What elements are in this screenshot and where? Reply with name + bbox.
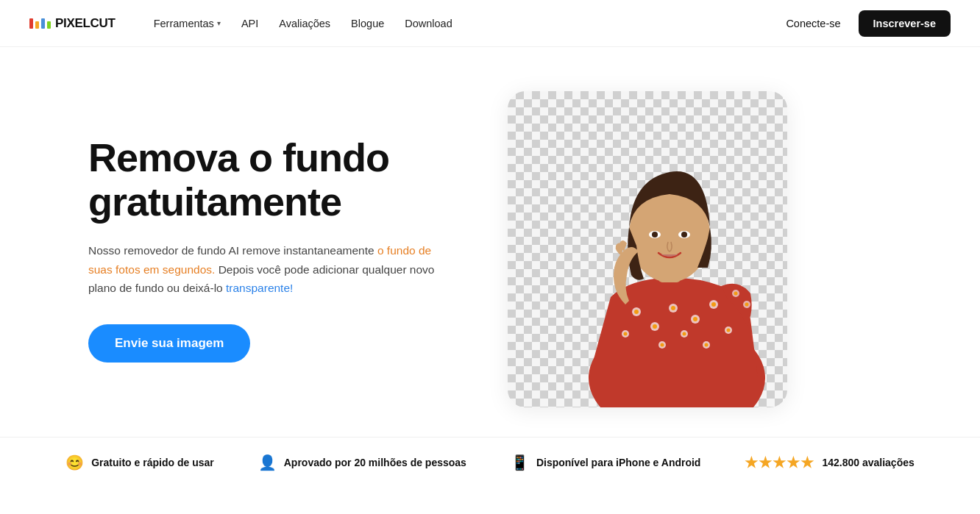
- hero-description: Nosso removedor de fundo AI remove insta…: [88, 241, 441, 298]
- nav-api[interactable]: API: [232, 12, 267, 35]
- smile-icon: 😊: [65, 454, 84, 471]
- svg-point-24: [652, 232, 658, 238]
- upload-button[interactable]: Envie sua imagem: [88, 324, 250, 363]
- svg-point-14: [661, 343, 664, 347]
- nav-avaliacoes[interactable]: Avaliações: [270, 12, 339, 35]
- footer-bar: 😊 Gratuito e rápido de usar 👤 Aprovado p…: [0, 437, 980, 488]
- svg-point-12: [624, 332, 628, 336]
- mobile-icon: 📱: [511, 454, 529, 471]
- svg-point-18: [705, 343, 709, 347]
- nav-links: Ferramentas ▾ API Avaliações Blogue Down…: [145, 12, 775, 35]
- hero-section: Remova o fundo gratuitamente Nosso remov…: [0, 47, 980, 437]
- svg-point-16: [683, 332, 686, 336]
- svg-point-26: [681, 232, 687, 238]
- nav-blogue[interactable]: Blogue: [342, 12, 393, 35]
- nav-download[interactable]: Download: [396, 12, 461, 35]
- svg-point-8: [693, 317, 697, 321]
- svg-point-2: [634, 310, 639, 314]
- star-icons: ★★★★★: [745, 454, 814, 471]
- logo[interactable]: PIXELCUT: [29, 16, 116, 31]
- signup-button[interactable]: Inscrever-se: [859, 10, 951, 37]
- hero-title: Remova o fundo gratuitamente: [88, 136, 441, 224]
- svg-point-28: [734, 292, 738, 296]
- connect-button[interactable]: Conecte-se: [774, 12, 852, 35]
- svg-point-6: [671, 306, 675, 310]
- svg-point-30: [745, 303, 749, 307]
- hero-left: Remova o fundo gratuitamente Nosso remov…: [88, 136, 441, 362]
- svg-point-4: [653, 324, 657, 329]
- nav-right: Conecte-se Inscrever-se: [774, 10, 951, 37]
- footer-item-mobile: 📱 Disponível para iPhone e Android: [511, 454, 701, 471]
- footer-item-rating: ★★★★★ 142.800 avaliações: [745, 454, 914, 471]
- nav-ferramentas[interactable]: Ferramentas ▾: [145, 12, 230, 35]
- svg-point-10: [711, 302, 716, 307]
- chevron-down-icon: ▾: [217, 19, 221, 27]
- hero-desc-part1: Nosso removedor de fundo AI remove insta…: [88, 244, 377, 257]
- footer-item-approved: 👤 Aprovado por 20 milhões de pessoas: [258, 454, 466, 471]
- hero-desc-blue: transparente!: [226, 282, 293, 294]
- person-image: [508, 91, 787, 407]
- hero-image-card: [508, 91, 787, 407]
- footer-item-free: 😊 Gratuito e rápido de usar: [65, 454, 213, 471]
- hero-right: [486, 91, 809, 407]
- navbar: PIXELCUT Ferramentas ▾ API Avaliações Bl…: [0, 0, 980, 47]
- logo-icon: [29, 18, 51, 29]
- person-icon: 👤: [258, 454, 277, 471]
- logo-text: PIXELCUT: [55, 16, 116, 31]
- svg-point-20: [727, 329, 731, 332]
